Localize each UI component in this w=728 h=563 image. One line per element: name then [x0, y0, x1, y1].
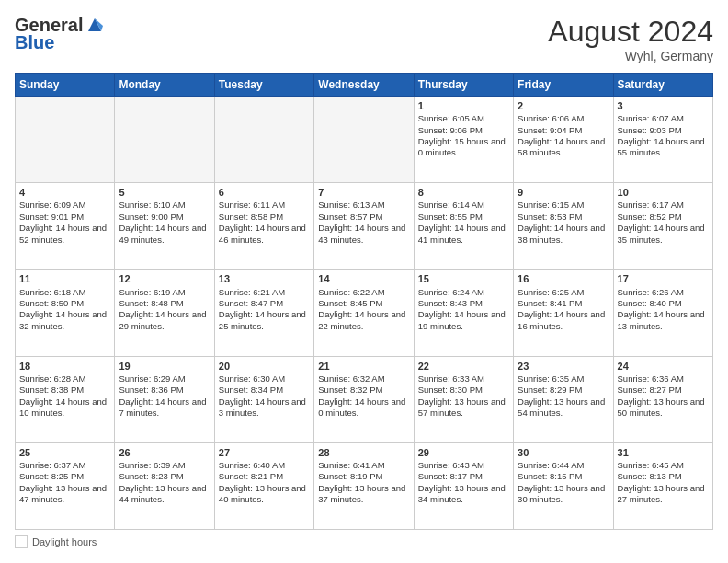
daylight-text: Daylight: 14 hours and 35 minutes.: [618, 223, 709, 246]
day-number: 22: [418, 360, 509, 373]
calendar-cell-26: 26Sunrise: 6:39 AMSunset: 8:23 PMDayligh…: [115, 442, 214, 529]
sunrise-text: Sunrise: 6:36 AM: [618, 373, 709, 385]
sunrise-text: Sunrise: 6:24 AM: [418, 287, 509, 298]
daylight-text: Daylight: 13 hours and 40 minutes.: [219, 483, 310, 506]
calendar-cell-13: 13Sunrise: 6:21 AMSunset: 8:47 PMDayligh…: [214, 270, 313, 356]
calendar-cell-empty-0: [16, 97, 115, 183]
day-number: 16: [518, 272, 609, 285]
sunset-text: Sunset: 8:43 PM: [418, 298, 509, 309]
calendar-cell-31: 31Sunrise: 6:45 AMSunset: 8:13 PMDayligh…: [613, 442, 712, 529]
footer: Daylight hours: [15, 535, 713, 548]
daylight-text: Daylight: 14 hours and 10 minutes.: [19, 396, 110, 419]
sunset-text: Sunset: 8:15 PM: [518, 471, 609, 482]
day-number: 25: [19, 446, 110, 459]
daylight-text: Daylight: 13 hours and 47 minutes.: [19, 483, 110, 506]
sunrise-text: Sunrise: 6:33 AM: [418, 373, 509, 385]
calendar-cell-10: 10Sunrise: 6:17 AMSunset: 8:52 PMDayligh…: [613, 183, 712, 270]
footer-label: Daylight hours: [32, 536, 97, 547]
sunrise-text: Sunrise: 6:18 AM: [19, 287, 110, 298]
calendar-cell-17: 17Sunrise: 6:26 AMSunset: 8:40 PMDayligh…: [613, 270, 712, 356]
sunset-text: Sunset: 8:55 PM: [418, 212, 509, 223]
calendar-week-2: 4Sunrise: 6:09 AMSunset: 9:01 PMDaylight…: [16, 183, 713, 270]
calendar-header-monday: Monday: [115, 74, 214, 97]
day-number: 20: [219, 360, 310, 373]
calendar-week-1: 1Sunrise: 6:05 AMSunset: 9:06 PMDaylight…: [16, 97, 713, 183]
daylight-text: Daylight: 14 hours and 0 minutes.: [318, 396, 409, 419]
daylight-text: Daylight: 14 hours and 22 minutes.: [318, 309, 409, 332]
footer-legend-box: [15, 535, 28, 548]
calendar-cell-9: 9Sunrise: 6:15 AMSunset: 8:53 PMDaylight…: [514, 183, 613, 270]
sunrise-text: Sunrise: 6:21 AM: [219, 287, 310, 298]
daylight-text: Daylight: 14 hours and 3 minutes.: [219, 396, 310, 419]
sunset-text: Sunset: 8:29 PM: [518, 385, 609, 396]
calendar-cell-5: 5Sunrise: 6:10 AMSunset: 9:00 PMDaylight…: [115, 183, 214, 270]
sunrise-text: Sunrise: 6:41 AM: [318, 460, 409, 471]
daylight-text: Daylight: 14 hours and 52 minutes.: [19, 223, 110, 246]
daylight-text: Daylight: 13 hours and 54 minutes.: [518, 396, 609, 419]
sunset-text: Sunset: 8:13 PM: [618, 471, 709, 482]
page: General Blue August 2024 Wyhl, Germany S…: [0, 0, 728, 563]
logo: General Blue: [15, 15, 105, 53]
day-number: 23: [518, 360, 609, 373]
day-number: 8: [418, 186, 509, 199]
sunrise-text: Sunrise: 6:26 AM: [618, 287, 709, 298]
sunset-text: Sunset: 8:50 PM: [19, 298, 110, 309]
day-number: 13: [219, 272, 310, 285]
daylight-text: Daylight: 14 hours and 41 minutes.: [418, 223, 509, 246]
sunrise-text: Sunrise: 6:14 AM: [418, 200, 509, 211]
sunset-text: Sunset: 8:30 PM: [418, 385, 509, 396]
daylight-text: Daylight: 13 hours and 30 minutes.: [518, 483, 609, 506]
calendar-cell-empty-1: [115, 97, 214, 183]
month-year-title: August 2024: [548, 15, 713, 49]
calendar-table: SundayMondayTuesdayWednesdayThursdayFrid…: [15, 73, 713, 530]
day-number: 11: [19, 272, 110, 285]
day-number: 3: [618, 99, 709, 112]
sunrise-text: Sunrise: 6:32 AM: [318, 373, 409, 385]
sunrise-text: Sunrise: 6:19 AM: [119, 287, 210, 298]
daylight-text: Daylight: 13 hours and 57 minutes.: [418, 396, 509, 419]
day-number: 18: [19, 360, 110, 373]
calendar-cell-3: 3Sunrise: 6:07 AMSunset: 9:03 PMDaylight…: [613, 97, 712, 183]
sunset-text: Sunset: 8:34 PM: [219, 385, 310, 396]
sunrise-text: Sunrise: 6:10 AM: [119, 200, 210, 211]
calendar-cell-1: 1Sunrise: 6:05 AMSunset: 9:06 PMDaylight…: [414, 97, 513, 183]
calendar-header-friday: Friday: [514, 74, 613, 97]
calendar-cell-2: 2Sunrise: 6:06 AMSunset: 9:04 PMDaylight…: [514, 97, 613, 183]
sunrise-text: Sunrise: 6:09 AM: [19, 200, 110, 211]
daylight-text: Daylight: 13 hours and 34 minutes.: [418, 483, 509, 506]
day-number: 28: [318, 446, 409, 459]
sunset-text: Sunset: 8:32 PM: [318, 385, 409, 396]
sunset-text: Sunset: 9:03 PM: [618, 125, 709, 136]
calendar-cell-25: 25Sunrise: 6:37 AMSunset: 8:25 PMDayligh…: [16, 442, 115, 529]
calendar-cell-24: 24Sunrise: 6:36 AMSunset: 8:27 PMDayligh…: [613, 356, 712, 442]
daylight-text: Daylight: 14 hours and 46 minutes.: [219, 223, 310, 246]
calendar-week-3: 11Sunrise: 6:18 AMSunset: 8:50 PMDayligh…: [16, 270, 713, 356]
daylight-text: Daylight: 14 hours and 19 minutes.: [418, 309, 509, 332]
day-number: 21: [318, 360, 409, 373]
sunrise-text: Sunrise: 6:22 AM: [318, 287, 409, 298]
sunrise-text: Sunrise: 6:07 AM: [618, 113, 709, 124]
day-number: 24: [618, 360, 709, 373]
sunrise-text: Sunrise: 6:28 AM: [19, 373, 110, 385]
sunrise-text: Sunrise: 6:29 AM: [119, 373, 210, 385]
sunrise-text: Sunrise: 6:43 AM: [418, 460, 509, 471]
day-number: 12: [119, 272, 210, 285]
daylight-text: Daylight: 13 hours and 27 minutes.: [618, 483, 709, 506]
calendar-cell-20: 20Sunrise: 6:30 AMSunset: 8:34 PMDayligh…: [214, 356, 313, 442]
sunrise-text: Sunrise: 6:35 AM: [518, 373, 609, 385]
calendar-cell-30: 30Sunrise: 6:44 AMSunset: 8:15 PMDayligh…: [514, 442, 613, 529]
sunset-text: Sunset: 8:36 PM: [119, 385, 210, 396]
calendar-header-sunday: Sunday: [16, 74, 115, 97]
calendar-cell-6: 6Sunrise: 6:11 AMSunset: 8:58 PMDaylight…: [214, 183, 313, 270]
sunrise-text: Sunrise: 6:44 AM: [518, 460, 609, 471]
day-number: 7: [318, 186, 409, 199]
sunset-text: Sunset: 8:25 PM: [19, 471, 110, 482]
day-number: 14: [318, 272, 409, 285]
calendar-cell-14: 14Sunrise: 6:22 AMSunset: 8:45 PMDayligh…: [314, 270, 414, 356]
calendar-week-4: 18Sunrise: 6:28 AMSunset: 8:38 PMDayligh…: [16, 356, 713, 442]
daylight-text: Daylight: 13 hours and 37 minutes.: [318, 483, 409, 506]
daylight-text: Daylight: 14 hours and 32 minutes.: [19, 309, 110, 332]
sunset-text: Sunset: 8:21 PM: [219, 471, 310, 482]
daylight-text: Daylight: 14 hours and 13 minutes.: [618, 309, 709, 332]
day-number: 15: [418, 272, 509, 285]
